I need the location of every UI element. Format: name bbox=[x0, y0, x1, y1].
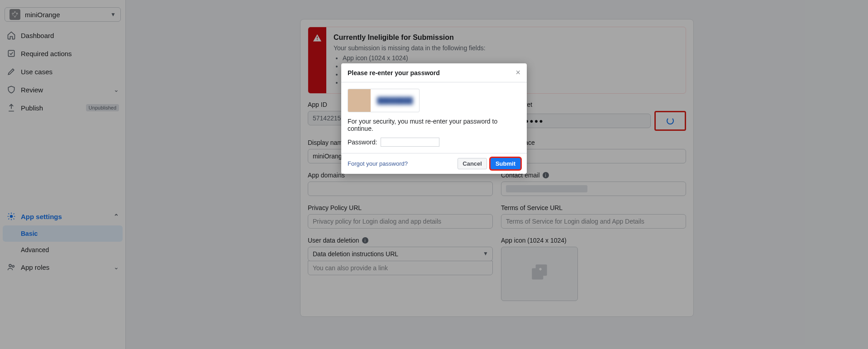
modal-title: Please re-enter your password bbox=[348, 69, 515, 76]
password-input[interactable] bbox=[381, 138, 439, 147]
close-icon[interactable]: × bbox=[515, 68, 520, 77]
user-name-redacted: ████████ bbox=[371, 97, 419, 104]
avatar bbox=[348, 89, 371, 112]
modal-overlay: Please re-enter your password × ████████… bbox=[0, 0, 868, 349]
password-modal: Please re-enter your password × ████████… bbox=[341, 63, 527, 174]
cancel-button[interactable]: Cancel bbox=[458, 158, 487, 169]
user-badge: ████████ bbox=[348, 89, 420, 112]
submit-button[interactable]: Submit bbox=[491, 158, 520, 169]
forgot-password-link[interactable]: Forgot your password? bbox=[348, 160, 458, 167]
modal-security-text: For your security, you must re-enter you… bbox=[348, 118, 520, 132]
password-label: Password: bbox=[348, 139, 377, 146]
